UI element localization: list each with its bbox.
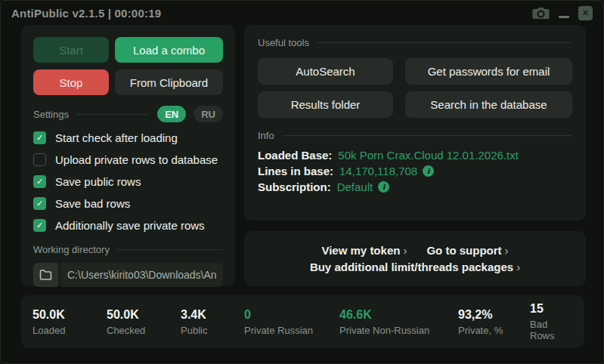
stats-bar: 50.0K Loaded 50.0K Checked 3.4K Public 0… [21, 295, 584, 348]
stat-value: 50.0K [107, 308, 181, 322]
stat-private-percent: 93,2% Private, % [458, 308, 530, 336]
links-panel: View my token› Go to support› Buy additi… [244, 231, 586, 286]
control-panel: Start Load a combo Stop From Clipboard S… [21, 25, 235, 286]
window-controls: ✕ [532, 6, 593, 20]
stop-button[interactable]: Stop [33, 69, 109, 95]
stat-value: 3.4K [181, 308, 244, 322]
stat-label: Private Russian [244, 325, 339, 336]
checkbox-save-bad-rows[interactable]: ✓ Save bad rows [33, 197, 223, 210]
loaded-base-row: Loaded Base: 50k Porn Crax.Cloud 12.01.2… [258, 149, 572, 162]
stat-label: Private Non-Russian [339, 325, 458, 336]
chevron-right-icon: › [505, 244, 509, 257]
antipublic-window: { "window": { "title": "AntiPublic v2.1.… [0, 0, 604, 364]
get-passwords-button[interactable]: Get passwords for email [405, 58, 572, 85]
info-rows: Loaded Base: 50k Porn Crax.Cloud 12.01.2… [258, 149, 572, 193]
stat-loaded: 50.0K Loaded [33, 308, 107, 336]
stat-bad-rows: 15 Bad Rows [530, 302, 573, 341]
links-row-1: View my token› Go to support› [244, 244, 586, 257]
chevron-right-icon: › [403, 244, 407, 257]
from-clipboard-button[interactable]: From Clipboard [115, 69, 223, 95]
stat-label: Bad Rows [530, 319, 573, 341]
start-button[interactable]: Start [33, 37, 109, 63]
checkbox-label: Start check after loading [55, 131, 178, 144]
useful-tools-header: Useful tools [258, 37, 572, 48]
stat-label: Loaded [33, 325, 107, 336]
checkbox-unchecked-icon [33, 153, 46, 166]
subscription-value: Default [337, 180, 373, 193]
link-text: Go to support [426, 244, 501, 257]
checkbox-label: Save public rows [55, 175, 141, 188]
checkbox-checked-icon: ✓ [33, 131, 46, 144]
subscription-row: Subscription: Default i [258, 180, 572, 193]
checkbox-start-check-after-loading[interactable]: ✓ Start check after loading [33, 131, 223, 144]
buy-packages-link[interactable]: Buy additional limit/threads packages› [310, 261, 520, 273]
settings-label: Settings [33, 109, 69, 120]
stat-value: 15 [530, 302, 573, 316]
subscription-info-icon[interactable]: i [378, 181, 389, 193]
title-bar: AntiPublic v2.1.5 | 00:00:19 ✕ [1, 1, 603, 25]
checkbox-label: Save bad rows [55, 197, 130, 210]
divider [282, 135, 572, 136]
stat-checked: 50.0K Checked [107, 308, 181, 336]
lines-in-base-value: 14,170,118,708 [339, 165, 417, 177]
info-label: Info [258, 130, 274, 141]
checkbox-label: Additionally save private rows [55, 219, 205, 232]
stat-value: 46.6K [339, 308, 458, 322]
stat-label: Checked [107, 325, 181, 336]
useful-tools-buttons: AutoSearch Get passwords for email Resul… [258, 58, 572, 118]
loaded-base-label: Loaded Base: [258, 149, 332, 162]
stat-label: Public [181, 325, 244, 336]
lines-in-base-row: Lines in base: 14,170,118,708 i [258, 165, 572, 177]
loaded-base-value: 50k Porn Crax.Cloud 12.01.2026.txt [338, 149, 518, 162]
link-text: View my token [321, 244, 400, 257]
subscription-label: Subscription: [258, 180, 331, 193]
settings-section-header: Settings EN RU [33, 106, 223, 122]
search-database-button[interactable]: Search in the database [405, 91, 572, 118]
useful-tools-label: Useful tools [258, 37, 309, 48]
action-buttons: Start Load a combo Stop From Clipboard [33, 37, 223, 95]
checkbox-upload-private-rows[interactable]: Upload private rows to database [33, 153, 223, 166]
stat-value: 50.0K [33, 308, 107, 322]
language-en-toggle[interactable]: EN [157, 106, 186, 122]
go-to-support-link[interactable]: Go to support› [426, 244, 508, 257]
lines-info-icon[interactable]: i [423, 165, 434, 177]
divider [317, 42, 572, 43]
folder-icon [39, 270, 52, 280]
autosearch-button[interactable]: AutoSearch [258, 58, 393, 85]
stat-private-russian: 0 Private Russian [244, 308, 339, 336]
stat-private-non-russian: 46.6K Private Non-Russian [339, 308, 458, 336]
links-row-2: Buy additional limit/threads packages› [244, 261, 586, 273]
divider [76, 114, 148, 115]
stat-value: 0 [244, 308, 339, 322]
language-ru-toggle[interactable]: RU [194, 106, 223, 122]
divider [117, 249, 223, 250]
screenshot-camera-icon[interactable] [532, 7, 550, 20]
stat-label: Private, % [458, 325, 530, 336]
browse-folder-button[interactable] [33, 263, 58, 287]
info-header: Info [258, 130, 572, 141]
link-text: Buy additional limit/threads packages [310, 261, 513, 273]
chevron-right-icon: › [516, 261, 520, 273]
lines-in-base-label: Lines in base: [258, 165, 333, 177]
checkbox-checked-icon: ✓ [33, 175, 46, 188]
checkbox-additionally-save-private-rows[interactable]: ✓ Additionally save private rows [33, 219, 223, 232]
working-directory-label: Working directory [33, 244, 110, 255]
stat-public: 3.4K Public [181, 308, 244, 336]
view-my-token-link[interactable]: View my token› [321, 244, 407, 257]
working-directory-header: Working directory [33, 244, 223, 255]
checkbox-save-public-rows[interactable]: ✓ Save public rows [33, 175, 223, 188]
working-directory-input[interactable] [60, 263, 223, 287]
checkbox-checked-icon: ✓ [33, 219, 46, 232]
results-folder-button[interactable]: Results folder [258, 91, 393, 118]
load-combo-button[interactable]: Load a combo [115, 37, 223, 63]
minimize-icon[interactable] [559, 16, 569, 18]
checkbox-checked-icon: ✓ [33, 197, 46, 210]
checkbox-label: Upload private rows to database [55, 153, 218, 166]
window-title: AntiPublic v2.1.5 | 00:00:19 [11, 7, 161, 20]
working-directory-row [33, 263, 223, 287]
settings-checkbox-list: ✓ Start check after loading Upload priva… [33, 131, 223, 232]
stat-value: 93,2% [458, 308, 530, 322]
close-icon[interactable]: ✕ [578, 6, 593, 20]
tools-info-panel: Useful tools AutoSearch Get passwords fo… [244, 25, 586, 221]
